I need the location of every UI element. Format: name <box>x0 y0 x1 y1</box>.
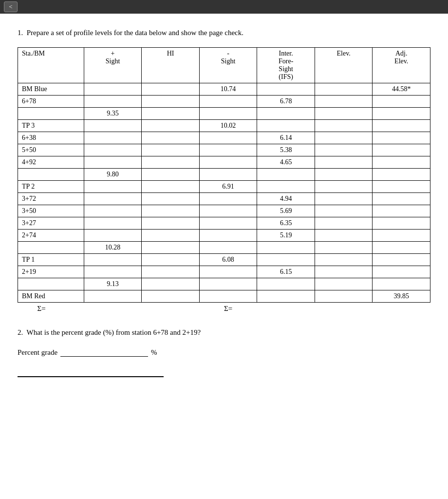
cell-r7-c2 <box>142 168 200 180</box>
col-header-hi: HI <box>142 47 200 83</box>
cell-r3-c0: TP 3 <box>18 119 84 132</box>
cell-r14-c3: 6.08 <box>199 253 257 266</box>
cell-r1-c2 <box>142 95 200 107</box>
cell-r4-c5 <box>315 132 373 144</box>
cell-r12-c1 <box>84 229 142 241</box>
question2-body: What is the percent grade (%) from stati… <box>26 328 201 336</box>
cell-r4-c6 <box>373 132 430 144</box>
cell-r12-c0: 2+74 <box>18 229 84 241</box>
cell-r10-c2 <box>142 205 200 217</box>
cell-r8-c5 <box>315 180 373 192</box>
table-row: 2+745.19 <box>18 229 430 241</box>
cell-r8-c4 <box>257 180 315 192</box>
cell-r4-c0: 6+38 <box>18 132 84 144</box>
cell-r5-c6 <box>373 144 430 156</box>
cell-r10-c0: 3+50 <box>18 205 84 217</box>
cell-r5-c2 <box>142 144 200 156</box>
cell-r5-c5 <box>315 144 373 156</box>
cell-r12-c3 <box>199 229 257 241</box>
cell-r3-c4 <box>257 119 315 132</box>
cell-r2-c2 <box>142 107 200 119</box>
table-row: 4+924.65 <box>18 156 430 168</box>
cell-r3-c6 <box>373 119 430 132</box>
cell-r1-c5 <box>315 95 373 107</box>
cell-r9-c4: 4.94 <box>257 192 315 205</box>
cell-r15-c4: 6.15 <box>257 266 315 278</box>
cell-r13-c5 <box>315 241 373 253</box>
cell-r3-c5 <box>315 119 373 132</box>
cell-r17-c4 <box>257 290 315 302</box>
question2-number: 2. <box>18 328 23 336</box>
cell-r6-c1 <box>84 156 142 168</box>
cell-r8-c3: 6.91 <box>199 180 257 192</box>
cell-r2-c4 <box>257 107 315 119</box>
cell-r7-c5 <box>315 168 373 180</box>
cell-r8-c6 <box>373 180 430 192</box>
profile-levels-table: Sta./BM +Sight HI -Sight Inter.Fore-Sigh… <box>18 47 430 315</box>
cell-r14-c5 <box>315 253 373 266</box>
percent-grade-blank[interactable] <box>60 347 148 357</box>
percent-grade-line: Percent grade % <box>18 347 430 357</box>
cell-r13-c1: 10.28 <box>84 241 142 253</box>
cell-r7-c0 <box>18 168 84 180</box>
table-body: BM Blue10.7444.58*6+786.789.35TP 310.026… <box>18 83 430 302</box>
back-button[interactable]: < <box>4 1 18 12</box>
cell-r17-c5 <box>315 290 373 302</box>
col-header-ifs: Inter.Fore-Sight(IFS) <box>257 47 315 83</box>
cell-r2-c5 <box>315 107 373 119</box>
col-header-minus-sight: -Sight <box>199 47 257 83</box>
cell-r17-c0: BM Red <box>18 290 84 302</box>
table-row: BM Blue10.7444.58* <box>18 83 430 95</box>
question1-number: 1. <box>18 29 23 37</box>
cell-r10-c4: 5.69 <box>257 205 315 217</box>
cell-r6-c6 <box>373 156 430 168</box>
cell-r1-c1 <box>84 95 142 107</box>
cell-r4-c3 <box>199 132 257 144</box>
table-row: 9.35 <box>18 107 430 119</box>
cell-r12-c5 <box>315 229 373 241</box>
cell-r16-c5 <box>315 278 373 290</box>
col-header-plus-sight: +Sight <box>84 47 142 83</box>
cell-r15-c2 <box>142 266 200 278</box>
cell-r7-c6 <box>373 168 430 180</box>
cell-r1-c4: 6.78 <box>257 95 315 107</box>
cell-r11-c5 <box>315 217 373 229</box>
sigma-plus-spacer <box>84 302 199 315</box>
sigma-plus-cell: Σ= <box>18 302 84 315</box>
table-row: 9.80 <box>18 168 430 180</box>
cell-r1-c3 <box>199 95 257 107</box>
cell-r0-c1 <box>84 83 142 95</box>
cell-r15-c0: 2+19 <box>18 266 84 278</box>
cell-r16-c4 <box>257 278 315 290</box>
cell-r12-c4: 5.19 <box>257 229 315 241</box>
cell-r11-c3 <box>199 217 257 229</box>
cell-r1-c0: 6+78 <box>18 95 84 107</box>
cell-r7-c4 <box>257 168 315 180</box>
table-row: 6+786.78 <box>18 95 430 107</box>
cell-r17-c2 <box>142 290 200 302</box>
cell-r2-c3 <box>199 107 257 119</box>
bottom-divider <box>18 376 164 377</box>
cell-r5-c0: 5+50 <box>18 144 84 156</box>
cell-r9-c2 <box>142 192 200 205</box>
sigma-rest <box>257 302 430 315</box>
cell-r9-c3 <box>199 192 257 205</box>
question1-text: 1. Prepare a set of profile levels for t… <box>18 27 430 38</box>
question2-text: 2. What is the percent grade (%) from st… <box>18 326 430 338</box>
cell-r2-c6 <box>373 107 430 119</box>
table-row: 9.13 <box>18 278 430 290</box>
cell-r15-c1 <box>84 266 142 278</box>
table-row: 3+276.35 <box>18 217 430 229</box>
cell-r4-c2 <box>142 132 200 144</box>
cell-r13-c2 <box>142 241 200 253</box>
cell-r13-c3 <box>199 241 257 253</box>
cell-r6-c2 <box>142 156 200 168</box>
percent-grade-label: Percent grade <box>18 348 57 357</box>
cell-r11-c4: 6.35 <box>257 217 315 229</box>
table-row: 2+196.15 <box>18 266 430 278</box>
cell-r9-c5 <box>315 192 373 205</box>
cell-r5-c4: 5.38 <box>257 144 315 156</box>
cell-r17-c1 <box>84 290 142 302</box>
col-header-sta: Sta./BM <box>18 47 84 83</box>
cell-r10-c3 <box>199 205 257 217</box>
